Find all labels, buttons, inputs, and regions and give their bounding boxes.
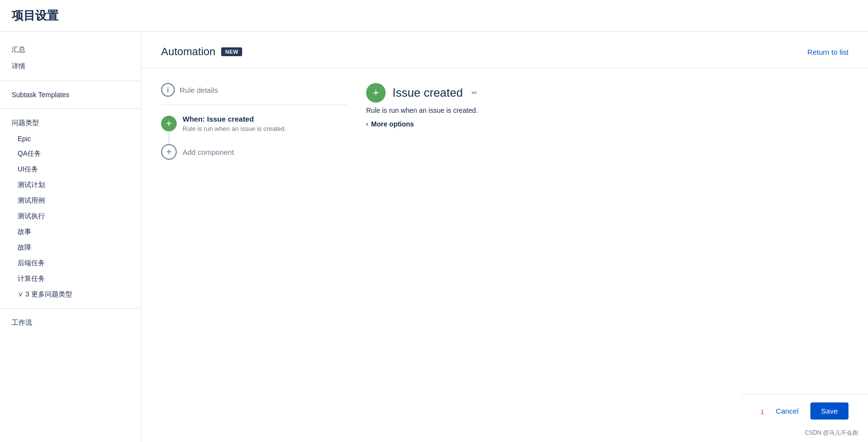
edit-trigger-icon[interactable]: ✏ (472, 89, 477, 97)
sidebar-item-qa[interactable]: QA任务 (0, 146, 141, 162)
trigger-config-description: Rule is run when an issue is created. (366, 106, 848, 114)
more-options-toggle[interactable]: › More options (366, 120, 848, 128)
sidebar-item-workflow[interactable]: 工作流 (0, 315, 141, 331)
sidebar-item-test-exec[interactable]: 测试执行 (0, 209, 141, 224)
sidebar-item-backend[interactable]: 后端任务 (0, 255, 141, 271)
cancel-button[interactable]: Cancel (770, 403, 805, 419)
trigger-plus-icon: + (373, 86, 379, 99)
add-component-button[interactable]: + (161, 144, 177, 160)
trigger-config-title: Issue created (393, 86, 463, 100)
error-indicator: 1 (761, 408, 764, 416)
footer-actions: 1 Cancel Save (741, 394, 868, 427)
sidebar: 汇总 详情 Subtask Templates 问题类型 Epic QA任务 U… (0, 32, 142, 442)
rule-editor-panel: i Rule details + When: Issue created R (161, 83, 347, 427)
sidebar-item-epic[interactable]: Epic (0, 131, 141, 146)
plus-icon: + (166, 118, 172, 129)
sidebar-divider-2 (0, 108, 141, 109)
automation-body: i Rule details + When: Issue created R (142, 68, 868, 442)
rule-details-label: Rule details (180, 86, 218, 94)
return-to-list-link[interactable]: Return to list (807, 48, 848, 56)
save-button[interactable]: Save (810, 402, 848, 420)
sidebar-divider-3 (0, 308, 141, 309)
main-content: Automation NEW Return to list i R (142, 32, 868, 442)
trigger-description: Rule is run when an issue is created. (183, 125, 286, 132)
trigger-config-panel: + Issue created ✏ Rule is run when an is… (366, 83, 848, 427)
more-options-label: More options (371, 120, 414, 128)
more-types-label: ∨ 3 更多问题类型 (18, 290, 72, 299)
automation-title-group: Automation NEW (161, 45, 242, 58)
sidebar-item-more-types[interactable]: ∨ 3 更多问题类型 (0, 287, 141, 302)
add-component-label: Add component (183, 148, 234, 156)
info-icon: i (167, 86, 169, 94)
sidebar-item-test-case[interactable]: 测试用例 (0, 193, 141, 209)
trigger-icon-button[interactable]: + (161, 116, 177, 131)
trigger-config-icon: + (366, 83, 386, 103)
sidebar-section-subtask[interactable]: Subtask Templates (0, 87, 141, 103)
automation-content-area: i Rule details + When: Issue created R (142, 68, 868, 442)
sidebar-item-bug[interactable]: 故障 (0, 240, 141, 255)
sidebar-item-details[interactable]: 详情 (0, 58, 141, 75)
add-icon: + (166, 147, 172, 158)
automation-title: Automation (161, 45, 215, 58)
automation-header: Automation NEW Return to list (142, 32, 868, 68)
trigger-title: When: Issue created (183, 115, 286, 123)
sidebar-item-test-plan[interactable]: 测试计划 (0, 177, 141, 193)
connector-line (168, 132, 169, 144)
sidebar-item-calc[interactable]: 计算任务 (0, 271, 141, 287)
chevron-right-icon: › (366, 121, 368, 127)
trigger-config-header: + Issue created ✏ (366, 83, 848, 103)
rule-details-icon: i (161, 83, 175, 97)
sidebar-item-summary[interactable]: 汇总 (0, 42, 141, 58)
trigger-block: + When: Issue created Rule is run when a… (161, 115, 347, 132)
add-component-block: + Add component (161, 144, 347, 160)
sidebar-item-story[interactable]: 故事 (0, 224, 141, 240)
page-header: 项目设置 (0, 0, 868, 32)
sidebar-item-ui[interactable]: UI任务 (0, 162, 141, 177)
sidebar-section-issue-types: 问题类型 (0, 115, 141, 131)
new-badge: NEW (221, 47, 242, 56)
page-title: 项目设置 (12, 8, 856, 23)
rule-details-header: i Rule details (161, 83, 347, 105)
trigger-info: When: Issue created Rule is run when an … (183, 115, 286, 132)
watermark: CSDN @马儿不会跑 (805, 429, 858, 437)
sidebar-divider-1 (0, 81, 141, 81)
